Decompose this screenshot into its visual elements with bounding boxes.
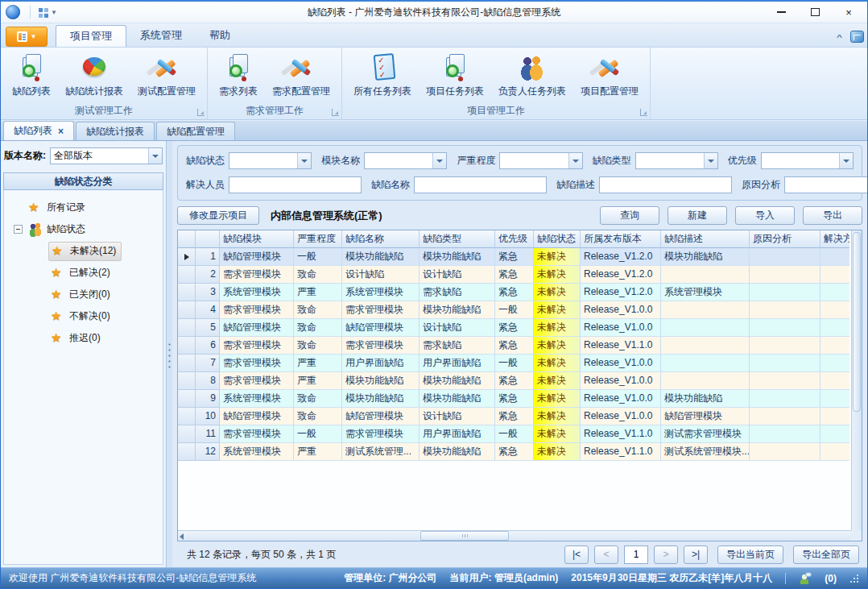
ribbon-button[interactable]: 项目配置管理 xyxy=(574,50,645,101)
table-row[interactable]: 6 需求管理模块 致命 需求管理模块 需求缺陷 紧急 未解决 Release_V… xyxy=(178,337,851,355)
vertical-scrollbar-thumb[interactable] xyxy=(853,232,861,412)
doc-tab-defect-list[interactable]: 缺陷列表 × xyxy=(3,121,74,140)
dialog-launcher-icon[interactable] xyxy=(197,109,205,116)
filter-text-input[interactable] xyxy=(784,176,867,193)
tree-item[interactable]: 缺陷状态 xyxy=(4,218,163,240)
combo-dropdown-button[interactable] xyxy=(839,153,853,168)
cell-cause-analysis xyxy=(750,408,820,425)
version-select[interactable]: 全部版本 xyxy=(50,147,163,164)
table-row[interactable]: 10 缺陷管理模块 致命 缺陷管理模块 设计缺陷 紧急 未解决 Release_… xyxy=(178,408,851,425)
horizontal-scrollbar[interactable] xyxy=(178,530,851,541)
query-button[interactable]: 查询 xyxy=(600,206,659,225)
ribbon-collapse-icon[interactable]: ^ xyxy=(837,32,842,41)
table-row[interactable]: 2 需求管理模块 致命 设计缺陷 设计缺陷 紧急 未解决 Release_V1.… xyxy=(178,266,851,284)
filter-label: 严重程度 xyxy=(457,154,495,168)
combo-dropdown-button[interactable] xyxy=(568,153,582,168)
combo-dropdown-button[interactable] xyxy=(148,148,162,164)
minimize-button[interactable] xyxy=(764,2,798,22)
combo-dropdown-button[interactable] xyxy=(297,153,311,168)
tree-item[interactable]: 推迟(0) xyxy=(4,327,163,349)
export-button[interactable]: 导出 xyxy=(803,206,862,225)
close-button[interactable]: × xyxy=(832,2,866,22)
export-all-pages-button[interactable]: 导出全部页 xyxy=(793,545,859,564)
ribbon-button-label: 需求配置管理 xyxy=(272,85,330,98)
table-row[interactable]: 3 系统管理模块 严重 系统管理模块 需求缺陷 紧急 未解决 Release_V… xyxy=(178,284,851,301)
next-page-button[interactable]: > xyxy=(654,545,678,564)
quick-access-toolbar-icon[interactable] xyxy=(39,8,43,12)
header-defect-status[interactable]: 缺陷状态 xyxy=(534,230,581,248)
table-row[interactable]: 8 需求管理模块 严重 模块功能缺陷 模块功能缺陷 紧急 未解决 Release… xyxy=(178,372,851,390)
first-page-button[interactable]: |< xyxy=(564,545,589,564)
doc-tab-defect-report[interactable]: 缺陷统计报表 xyxy=(76,122,155,140)
dialog-launcher-icon[interactable] xyxy=(640,109,647,116)
ribbon-button[interactable]: 所有任务列表 xyxy=(347,50,418,101)
vertical-scrollbar[interactable] xyxy=(851,230,862,530)
ribbon-tab-project-management[interactable]: 项目管理 xyxy=(56,25,126,47)
cell-solution xyxy=(820,390,849,408)
ribbon-button[interactable]: 测试配置管理 xyxy=(131,50,202,101)
table-row[interactable]: 5 缺陷管理模块 致命 缺陷管理模块 设计缺陷 紧急 未解决 Release_V… xyxy=(178,319,851,337)
previous-page-button[interactable]: < xyxy=(594,545,618,564)
filter-combo[interactable] xyxy=(229,152,312,169)
help-icon[interactable] xyxy=(850,31,864,43)
combo-dropdown-button[interactable] xyxy=(704,153,717,168)
scroll-left-icon[interactable] xyxy=(180,533,184,540)
table-row[interactable]: 11 需求管理模块 一般 需求管理模块 用户界面缺陷 一般 未解决 Releas… xyxy=(178,425,851,443)
horizontal-scrollbar-thumb[interactable] xyxy=(420,531,509,541)
table-row[interactable]: 1 缺陷管理模块 一般 模块功能缺陷 模块功能缺陷 紧急 未解决 Release… xyxy=(178,248,851,266)
ribbon-button[interactable]: 缺陷统计报表 xyxy=(59,50,130,101)
ribbon-button-label: 项目配置管理 xyxy=(581,85,639,98)
ribbon-button[interactable]: 项目任务列表 xyxy=(420,50,490,101)
header-release-version[interactable]: 所属发布版本 xyxy=(581,230,661,248)
header-priority[interactable]: 优先级 xyxy=(495,230,534,248)
filter-text-input[interactable] xyxy=(414,176,547,193)
user-message-icon[interactable] xyxy=(799,572,812,584)
cell-cause-analysis xyxy=(750,372,820,390)
combo-dropdown-button[interactable] xyxy=(432,153,446,168)
filter-text-input[interactable] xyxy=(229,176,362,193)
ribbon-button[interactable]: 缺陷列表 xyxy=(6,50,57,101)
doc-tab-defect-config[interactable]: 缺陷配置管理 xyxy=(156,122,235,140)
dialog-launcher-icon[interactable] xyxy=(332,109,339,116)
table-row[interactable]: 4 需求管理模块 致命 需求管理模块 模块功能缺陷 一般 未解决 Release… xyxy=(178,301,851,319)
header-solution[interactable]: 解决方法 xyxy=(820,230,849,248)
import-button[interactable]: 导入 xyxy=(735,206,795,225)
tree-item[interactable]: 所有记录 xyxy=(4,197,163,218)
header-defect-name[interactable]: 缺陷名称 xyxy=(342,230,420,248)
quick-access-dropdown-icon[interactable]: ▼ xyxy=(51,9,57,16)
header-defect-description[interactable]: 缺陷描述 xyxy=(661,230,750,248)
filter-combo[interactable] xyxy=(364,152,447,169)
resize-grip-icon[interactable] xyxy=(849,574,859,583)
last-page-button[interactable]: >| xyxy=(684,545,708,564)
row-number-cell: 11 xyxy=(196,425,220,443)
close-tab-icon[interactable]: × xyxy=(58,127,64,135)
table-row[interactable]: 9 系统管理模块 致命 模块功能缺陷 模块功能缺陷 紧急 未解决 Release… xyxy=(178,390,851,408)
filter-combo[interactable] xyxy=(761,152,854,169)
table-row[interactable]: 12 系统管理模块 严重 测试系统管理... 模块功能缺陷 紧急 未解决 Rel… xyxy=(178,443,851,461)
export-current-page-button[interactable]: 导出当前页 xyxy=(717,545,783,564)
header-cause-analysis[interactable]: 原因分析 xyxy=(750,230,820,248)
header-defect-module[interactable]: 缺陷模块 xyxy=(220,230,294,248)
tree-item[interactable]: 已关闭(0) xyxy=(4,284,163,305)
tree-expander-icon[interactable] xyxy=(14,225,23,234)
page-number-input[interactable] xyxy=(624,545,648,564)
maximize-button[interactable] xyxy=(798,2,832,22)
new-button[interactable]: 新建 xyxy=(668,206,727,225)
sidebar-splitter[interactable] xyxy=(167,141,172,567)
modify-display-items-button[interactable]: 修改显示项目 xyxy=(177,206,259,225)
filter-combo[interactable] xyxy=(499,152,582,169)
filter-combo[interactable] xyxy=(635,152,718,169)
ribbon-button[interactable]: 负责人任务列表 xyxy=(492,50,572,101)
header-severity[interactable]: 严重程度 xyxy=(294,230,342,248)
ribbon-tab-help[interactable]: 帮助 xyxy=(196,25,244,47)
ribbon-tab-system-management[interactable]: 系统管理 xyxy=(126,25,196,47)
ribbon-button[interactable]: 需求列表 xyxy=(213,50,264,101)
tree-item[interactable]: 未解决(12) xyxy=(4,240,163,262)
ribbon-button[interactable]: 需求配置管理 xyxy=(266,50,337,101)
tree-item[interactable]: 不解决(0) xyxy=(4,305,163,327)
application-menu-button[interactable]: ▼ xyxy=(6,27,48,47)
table-row[interactable]: 7 需求管理模块 严重 用户界面缺陷 用户界面缺陷 一般 未解决 Release… xyxy=(178,355,851,372)
tree-item[interactable]: 已解决(2) xyxy=(4,262,163,284)
filter-text-input[interactable] xyxy=(599,176,732,193)
header-defect-type[interactable]: 缺陷类型 xyxy=(420,230,495,248)
